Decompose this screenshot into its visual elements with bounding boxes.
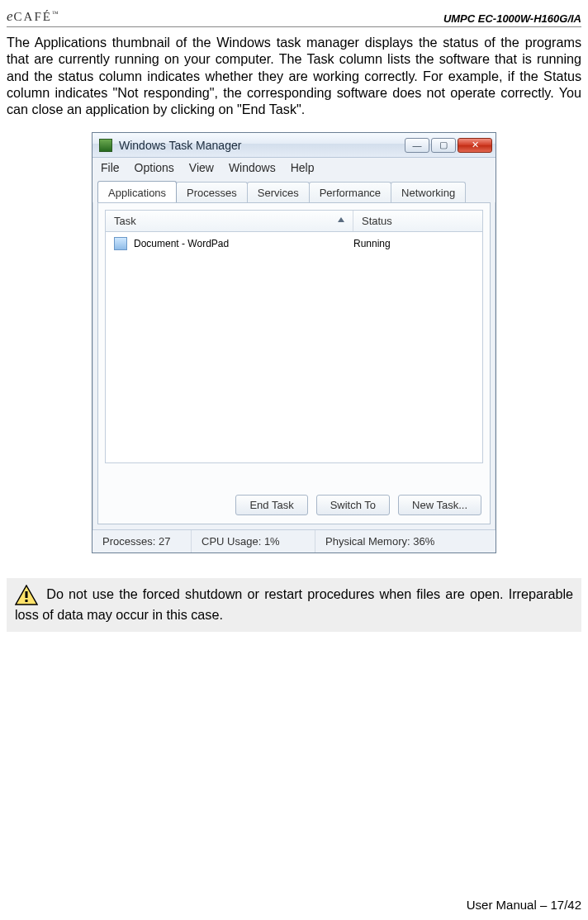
- processes-label: Processes:: [102, 535, 155, 548]
- titlebar: Windows Task Manager — ▢ ✕: [92, 133, 496, 158]
- product-code: UMPC EC-1000W-H160G/IA: [443, 12, 581, 25]
- switch-to-button[interactable]: Switch To: [316, 495, 390, 515]
- processes-value: 27: [159, 535, 170, 548]
- task-manager-screenshot: Windows Task Manager — ▢ ✕ File Options …: [7, 132, 581, 553]
- menu-view[interactable]: View: [189, 161, 214, 174]
- panel-buttons: End Task Switch To New Task...: [235, 495, 481, 515]
- menu-file[interactable]: File: [101, 161, 120, 174]
- status-processes: Processes: 27: [92, 530, 192, 552]
- brand-logo: eCAFÉ™: [7, 8, 59, 25]
- menubar: File Options View Windows Help: [92, 158, 496, 179]
- trademark: ™: [52, 10, 59, 17]
- task-manager-icon: [99, 139, 112, 152]
- menu-help[interactable]: Help: [291, 161, 315, 174]
- cpu-label: CPU Usage:: [202, 535, 261, 548]
- maximize-button[interactable]: ▢: [431, 138, 456, 153]
- status-cpu: CPU Usage: 1%: [192, 530, 315, 552]
- window-controls: — ▢ ✕: [405, 138, 492, 153]
- close-button[interactable]: ✕: [458, 138, 492, 153]
- sort-ascending-icon: [338, 217, 344, 222]
- tab-processes[interactable]: Processes: [176, 182, 248, 202]
- cell-status: Running: [353, 238, 474, 249]
- warning-icon: [15, 585, 38, 606]
- warning-box: Do not use the forced shutdown or restar…: [7, 578, 581, 631]
- applications-panel: Task Status Document - WordPad Running E…: [97, 202, 491, 524]
- status-memory: Physical Memory: 36%: [315, 530, 496, 552]
- end-task-button[interactable]: End Task: [235, 495, 307, 515]
- column-task-label: Task: [114, 215, 136, 227]
- brand-name: CAFÉ: [14, 10, 52, 23]
- memory-label: Physical Memory:: [325, 535, 410, 548]
- tabs-row: Applications Processes Services Performa…: [92, 179, 496, 202]
- table-header: Task Status: [105, 210, 483, 232]
- tab-applications[interactable]: Applications: [97, 181, 177, 202]
- warning-text: Do not use the forced shutdown or restar…: [15, 587, 573, 623]
- tab-networking[interactable]: Networking: [391, 182, 466, 202]
- window-title: Windows Task Manager: [119, 139, 405, 152]
- svg-rect-1: [26, 591, 28, 598]
- task-name: Document - WordPad: [134, 238, 229, 249]
- table-row[interactable]: Document - WordPad Running: [106, 232, 482, 255]
- page-footer: User Manual – 17/42: [467, 898, 581, 912]
- cell-task: Document - WordPad: [114, 237, 353, 250]
- task-manager-window: Windows Task Manager — ▢ ✕ File Options …: [92, 132, 496, 553]
- statusbar: Processes: 27 CPU Usage: 1% Physical Mem…: [92, 529, 496, 552]
- minimize-button[interactable]: —: [405, 138, 429, 153]
- menu-windows[interactable]: Windows: [229, 161, 276, 174]
- wordpad-icon: [114, 237, 127, 250]
- menu-options[interactable]: Options: [135, 161, 174, 174]
- tab-services[interactable]: Services: [247, 182, 310, 202]
- cpu-value: 1%: [264, 535, 280, 548]
- page-header: eCAFÉ™ UMPC EC-1000W-H160G/IA: [7, 8, 581, 27]
- brand-prefix: e: [7, 8, 14, 24]
- memory-value: 36%: [413, 535, 434, 548]
- column-task[interactable]: Task: [106, 211, 353, 231]
- tab-performance[interactable]: Performance: [309, 182, 391, 202]
- column-status[interactable]: Status: [353, 211, 482, 231]
- intro-paragraph: The Applications thumbnail of the Window…: [7, 34, 581, 117]
- new-task-button[interactable]: New Task...: [398, 495, 481, 515]
- svg-rect-2: [26, 600, 28, 602]
- table-body: Document - WordPad Running: [105, 232, 483, 463]
